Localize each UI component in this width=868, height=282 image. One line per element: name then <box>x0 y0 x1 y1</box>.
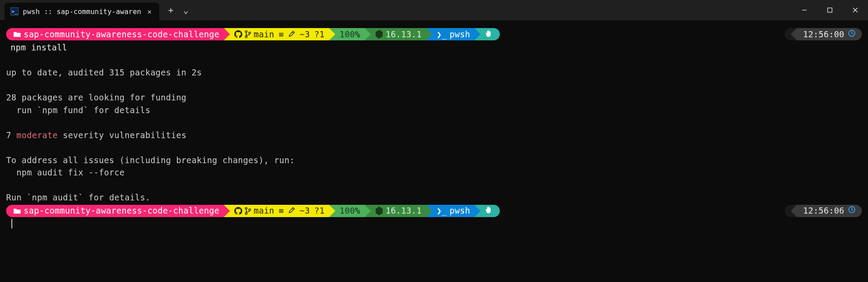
output-line: run `npm fund` for details <box>6 104 862 117</box>
pct-sign: % <box>355 28 360 41</box>
branch-icon <box>245 30 251 38</box>
prompt-line-1: sap-community-awareness-code-challenge m… <box>6 28 862 40</box>
node-icon <box>375 30 383 39</box>
git-untracked: ?1 <box>314 28 324 41</box>
svg-point-5 <box>245 36 247 38</box>
git-segment: main ≡ ~3 ?1 <box>224 205 329 217</box>
hand-icon <box>485 204 493 217</box>
tab-actions: + ⌄ <box>159 0 197 20</box>
battery-value: 100 <box>340 204 355 217</box>
prompt-icon: ❯_ <box>437 204 447 217</box>
hand-icon <box>485 28 493 41</box>
svg-point-6 <box>249 32 251 34</box>
svg-point-9 <box>245 213 247 214</box>
command-text: npm install <box>6 41 862 54</box>
git-eq: ≡ <box>279 28 284 41</box>
path-segment: sap-community-awareness-code-challenge <box>6 205 224 217</box>
close-window-button[interactable] <box>843 0 868 20</box>
github-icon <box>234 30 242 38</box>
tab-title: pwsh :: sap-community-awaren <box>23 7 141 16</box>
svg-point-10 <box>249 209 251 211</box>
output-line: 28 packages are looking for funding <box>6 91 862 104</box>
path-segment: sap-community-awareness-code-challenge <box>6 28 224 40</box>
node-segment: 16.13.1 <box>365 205 426 217</box>
tab-active[interactable]: >_ pwsh :: sap-community-awaren ✕ <box>4 3 159 20</box>
text-cursor <box>11 219 12 228</box>
svg-point-4 <box>245 31 247 32</box>
pencil-icon <box>288 204 295 217</box>
clock-icon <box>848 28 856 41</box>
path-text: sap-community-awareness-code-challenge <box>24 28 219 41</box>
git-branch: main <box>254 28 274 41</box>
shell-name: pwsh <box>449 204 470 217</box>
git-eq: ≡ <box>279 204 284 217</box>
git-pending: ~3 <box>300 204 310 217</box>
window-controls <box>792 0 868 20</box>
time-segment: 12:56:00 <box>797 28 862 40</box>
new-tab-button[interactable]: + <box>168 6 173 14</box>
output-line: up to date, audited 315 packages in 2s <box>6 66 862 79</box>
branch-icon <box>245 207 251 215</box>
time-segment: 12:56:06 <box>797 205 862 217</box>
folder-icon <box>13 208 21 214</box>
git-segment: main ≡ ~3 ?1 <box>224 28 329 40</box>
close-tab-icon[interactable]: ✕ <box>146 7 154 17</box>
pct-sign: % <box>355 204 360 217</box>
minimize-button[interactable] <box>792 0 817 20</box>
time-value: 12:56:00 <box>803 28 844 41</box>
severity-word: moderate <box>16 130 57 140</box>
github-icon <box>234 207 242 215</box>
folder-icon <box>13 31 21 37</box>
node-version: 16.13.1 <box>386 204 422 217</box>
svg-rect-1 <box>828 8 832 12</box>
tab-dropdown-icon[interactable]: ⌄ <box>183 6 188 14</box>
battery-value: 100 <box>340 28 355 41</box>
clock-icon <box>848 204 856 217</box>
node-segment: 16.13.1 <box>365 28 426 40</box>
output-line: To address all issues (including breakin… <box>6 154 862 167</box>
powershell-icon: >_ <box>11 7 18 15</box>
tabs-area: >_ pwsh :: sap-community-awaren ✕ + ⌄ <box>0 0 197 20</box>
terminal-body[interactable]: sap-community-awareness-code-challenge m… <box>0 20 868 233</box>
maximize-button[interactable] <box>817 0 843 20</box>
window-titlebar: >_ pwsh :: sap-community-awaren ✕ + ⌄ <box>0 0 868 20</box>
git-untracked: ?1 <box>314 204 324 217</box>
pencil-icon <box>288 28 295 41</box>
git-pending: ~3 <box>300 28 310 41</box>
shell-name: pwsh <box>449 28 470 41</box>
shell-segment: ❯_ pwsh <box>426 28 474 40</box>
output-line: npm audit fix --force <box>6 166 862 179</box>
git-branch: main <box>254 204 274 217</box>
shell-segment: ❯_ pwsh <box>426 205 474 217</box>
output-line: 7 moderate severity vulnerabilities <box>6 129 862 142</box>
path-text: sap-community-awareness-code-challenge <box>24 204 219 217</box>
time-value: 12:56:06 <box>803 204 844 217</box>
svg-point-8 <box>245 207 247 209</box>
prompt-icon: ❯_ <box>437 28 447 41</box>
node-icon <box>375 207 383 215</box>
prompt-line-2: sap-community-awareness-code-challenge m… <box>6 205 862 217</box>
node-version: 16.13.1 <box>386 28 422 41</box>
output-line: Run `npm audit` for details. <box>6 191 862 204</box>
